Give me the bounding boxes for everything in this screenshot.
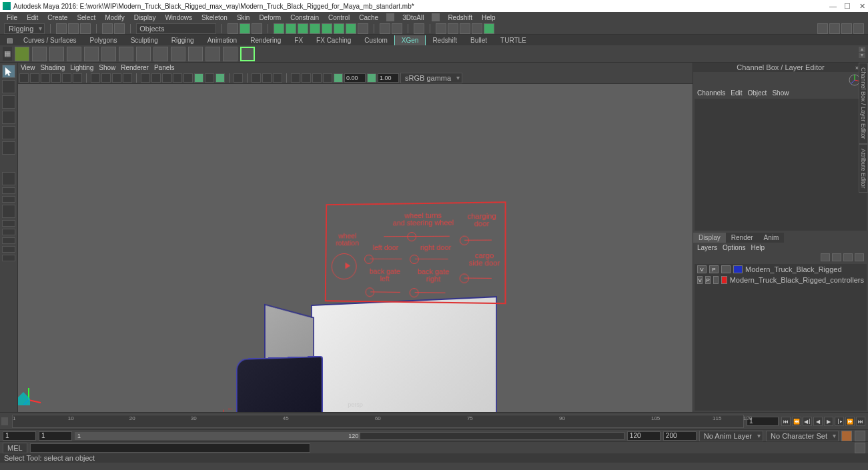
vp-ao-icon[interactable] — [194, 73, 203, 83]
range-start-outer-field[interactable] — [3, 431, 36, 441]
vp-xray-components-icon[interactable] — [273, 73, 282, 83]
layer-menu-help[interactable]: Help — [751, 244, 765, 251]
xgen-tool-4-icon[interactable] — [67, 47, 81, 61]
vp-color-icon[interactable] — [323, 73, 332, 83]
layer-visibility-toggle[interactable]: V — [697, 276, 703, 284]
layer-visibility-toggle[interactable]: V — [697, 265, 707, 273]
vp-shadows-icon[interactable] — [183, 73, 193, 83]
lasso-tool[interactable] — [2, 80, 15, 93]
vp-exposure-icon[interactable] — [291, 73, 300, 83]
xgen-tool-14-icon[interactable] — [240, 47, 255, 61]
panel-menu-shading[interactable]: Shading — [41, 64, 65, 71]
maya-home-icon[interactable] — [18, 389, 33, 408]
layer-move-down-icon[interactable] — [832, 253, 841, 261]
channel-menu-channels[interactable]: Channels — [697, 89, 725, 97]
layer-color-swatch[interactable] — [733, 265, 743, 273]
vp-lock-camera-icon[interactable] — [30, 73, 39, 83]
go-end-icon[interactable]: ⏭ — [856, 417, 865, 426]
command-language-toggle[interactable]: MEL — [3, 443, 27, 453]
undo-icon[interactable] — [102, 23, 113, 34]
vp-wireframe-icon[interactable] — [141, 73, 150, 83]
select-by-component-icon[interactable] — [252, 23, 262, 34]
range-track[interactable]: 1120 — [75, 432, 624, 440]
selection-mode-search[interactable]: Objects — [136, 23, 216, 34]
layer-menu-options[interactable]: Options — [723, 244, 745, 251]
shelf-tab-sculpting[interactable]: Sculpting — [124, 35, 165, 45]
snap-curve-icon[interactable] — [286, 23, 296, 34]
snap-toggle-icon[interactable] — [346, 23, 356, 34]
select-by-object-icon[interactable] — [240, 23, 250, 34]
shelf-layout-icon[interactable]: ▦ — [3, 47, 12, 61]
layout-persp-outliner-icon[interactable] — [2, 220, 15, 227]
vp-image-plane-icon[interactable] — [51, 73, 61, 83]
timeline-track[interactable]: 110203045607590105115120 — [12, 415, 744, 428]
layout-single-icon[interactable] — [2, 172, 15, 185]
move-tool[interactable] — [2, 111, 15, 124]
vp-select-camera-icon[interactable] — [19, 73, 29, 83]
vp-shaded-icon[interactable] — [151, 73, 161, 83]
color-management-dropdown[interactable]: sRGB gamma — [400, 73, 462, 83]
step-back-key-icon[interactable]: ⏪ — [792, 417, 801, 426]
viewport-canvas[interactable]: wheel turns and steering wheel charging … — [18, 84, 693, 412]
vp-bookmarks-icon[interactable] — [41, 73, 50, 83]
input-ops-icon[interactable] — [380, 23, 390, 34]
new-scene-icon[interactable] — [56, 23, 67, 34]
menu-file[interactable]: File — [3, 14, 21, 21]
output-ops-icon[interactable] — [392, 23, 402, 34]
minimize-button[interactable]: — — [829, 3, 836, 9]
channel-list[interactable] — [695, 99, 867, 231]
layer-menu-layers[interactable]: Layers — [697, 244, 717, 251]
layer-move-up-icon[interactable] — [821, 253, 830, 261]
vp-view-transform-icon[interactable] — [312, 73, 322, 83]
rotate-tool[interactable] — [2, 126, 15, 139]
render-sequence-icon[interactable] — [484, 23, 494, 34]
layer-type-toggle[interactable] — [721, 265, 731, 273]
play-back-icon[interactable]: ◀ — [813, 417, 823, 426]
anim-layer-dropdown[interactable]: No Anim Layer — [699, 431, 763, 441]
xgen-tool-3-icon[interactable] — [49, 47, 64, 61]
layer-color-swatch[interactable] — [721, 276, 727, 284]
step-back-icon[interactable]: ◀⏐ — [803, 417, 812, 426]
command-input[interactable] — [30, 443, 310, 453]
menu-modify[interactable]: Modify — [101, 14, 128, 21]
render-panel-icon[interactable] — [472, 23, 482, 34]
channel-menu-object[interactable]: Object — [748, 89, 767, 97]
view-compass[interactable] — [693, 72, 868, 88]
step-forward-icon[interactable]: ⏐▶ — [835, 417, 844, 426]
menu-create[interactable]: Create — [43, 14, 71, 21]
redo-icon[interactable] — [114, 23, 125, 34]
range-start-field[interactable] — [39, 431, 72, 441]
shelf-tab-fx[interactable]: FX — [288, 35, 310, 45]
go-start-icon[interactable]: ⏮ — [781, 417, 791, 426]
vp-xray-icon[interactable] — [252, 73, 261, 83]
shelf-tab-curvessurfaces[interactable]: Curves / Surfaces — [17, 35, 83, 45]
toggle-modeling-toolkit-icon[interactable] — [817, 23, 828, 34]
panel-menu-panels[interactable]: Panels — [154, 64, 175, 71]
vp-textured-icon[interactable] — [162, 73, 171, 83]
workspace-selector[interactable]: Rigging — [4, 23, 45, 34]
side-tab-channelboxlayereditor[interactable]: Channel Box / Layer Editor — [859, 63, 868, 144]
menu-control[interactable]: Control — [324, 14, 354, 21]
range-end-field[interactable] — [627, 431, 661, 441]
xgen-tool-1-icon[interactable] — [15, 47, 29, 61]
make-live-icon[interactable] — [358, 23, 368, 34]
gamma-field[interactable] — [378, 73, 399, 83]
layer-row[interactable]: VPModern_Truck_Black_Rigged — [695, 264, 867, 275]
open-scene-icon[interactable] — [68, 23, 79, 34]
xgen-tool-8-icon[interactable] — [136, 47, 151, 61]
xgen-tool-2-icon[interactable] — [32, 47, 47, 61]
ipr-render-icon[interactable] — [448, 23, 458, 34]
maximize-button[interactable]: ☐ — [844, 3, 851, 9]
script-editor-icon[interactable] — [855, 443, 865, 453]
menu-select[interactable]: Select — [73, 14, 99, 21]
vp-2d-zoom-icon[interactable] — [62, 73, 71, 83]
vp-gate-mask-icon[interactable] — [123, 73, 132, 83]
xgen-tool-7-icon[interactable] — [119, 47, 133, 61]
vp-film-gate-icon[interactable] — [101, 73, 111, 83]
side-tab-attributeeditor[interactable]: Attribute Editor — [859, 144, 868, 193]
paint-select-tool[interactable] — [2, 95, 15, 109]
layer-tab-display[interactable]: Display — [693, 233, 726, 243]
select-by-hierarchy-icon[interactable] — [228, 23, 238, 34]
shelf-menu-icon[interactable]: ▤ — [3, 35, 17, 45]
menu-dtoall[interactable]: 3DtoAll — [398, 14, 428, 21]
